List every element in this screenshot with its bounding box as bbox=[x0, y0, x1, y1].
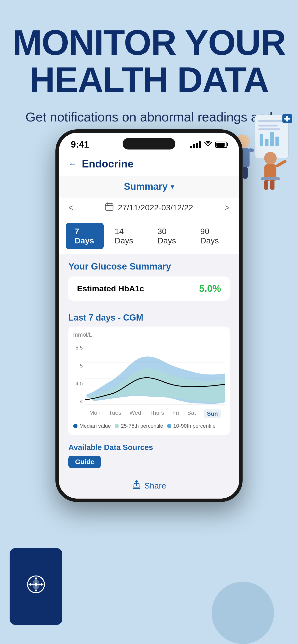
svg-rect-22 bbox=[270, 180, 274, 190]
page-title: Endocrine bbox=[82, 158, 133, 170]
svg-rect-2 bbox=[258, 124, 278, 126]
date-nav: < 27/11/2022-03/12/22 > bbox=[59, 198, 239, 218]
glucose-section-title: Your Glucose Summary bbox=[68, 262, 230, 272]
legend-label-p25-75: 25-75th percentile bbox=[121, 423, 163, 429]
data-sources-title: Available Data Sources bbox=[68, 443, 230, 452]
guide-badge[interactable]: Guide bbox=[68, 456, 101, 468]
hba1c-value: 5.0% bbox=[199, 283, 221, 294]
x-label-mon: Mon bbox=[89, 410, 100, 418]
legend-item-median: Median value bbox=[73, 423, 111, 429]
x-label-sun: Sun bbox=[204, 410, 221, 418]
svg-rect-6 bbox=[270, 132, 274, 146]
phone-device: 9:41 bbox=[55, 130, 243, 502]
page-background: MONITOR YOUR HEALTH DATA Get notificatio… bbox=[0, 0, 298, 644]
cgm-title: Last 7 days - CGM bbox=[68, 313, 230, 323]
svg-rect-17 bbox=[243, 167, 248, 179]
phone-wrapper: 9:41 bbox=[55, 130, 243, 502]
tablet-device-decoration bbox=[10, 548, 62, 625]
svg-rect-10 bbox=[284, 118, 290, 120]
tablet-icon bbox=[24, 572, 48, 601]
svg-rect-23 bbox=[275, 159, 287, 168]
svg-rect-7 bbox=[275, 136, 279, 146]
glucose-section: Your Glucose Summary Estimated HbA1c 5.0… bbox=[59, 254, 239, 308]
share-row[interactable]: Share bbox=[59, 475, 239, 498]
prev-date-button[interactable]: < bbox=[68, 203, 73, 213]
tab-90days[interactable]: 90 Days bbox=[192, 223, 232, 249]
svg-point-35 bbox=[35, 583, 37, 586]
x-label-wed: Wed bbox=[129, 410, 141, 418]
cgm-section: Last 7 days - CGM mmol/L 5.5 5 4.5 4 bbox=[59, 308, 239, 437]
chart-area: 5.5 5 4.5 4 bbox=[71, 340, 225, 407]
hba1c-label: Estimated HbA1c bbox=[77, 284, 144, 293]
circle-decoration bbox=[212, 582, 274, 644]
x-label-thurs: Thurs bbox=[150, 410, 164, 418]
svg-point-24 bbox=[207, 145, 209, 146]
y-label-5-5: 5.5 bbox=[71, 345, 83, 351]
date-center: 27/11/2022-03/12/22 bbox=[105, 202, 193, 213]
svg-rect-1 bbox=[258, 120, 282, 122]
headline-line1: MONITOR YOUR HEALTH DATA bbox=[0, 24, 298, 98]
x-label-fri: Fri bbox=[172, 410, 179, 418]
x-label-sat: Sat bbox=[187, 410, 196, 418]
legend-label-p10-90: 10-90th percentile bbox=[173, 423, 215, 429]
signal-icon bbox=[190, 141, 201, 148]
legend-dot-median bbox=[73, 424, 77, 428]
status-icons bbox=[190, 141, 227, 148]
y-axis-label: mmol/L bbox=[73, 331, 225, 338]
day-tabs: 7 Days 14 Days 30 Days 90 Days bbox=[59, 218, 239, 254]
tab-14days[interactable]: 14 Days bbox=[106, 223, 146, 249]
svg-rect-25 bbox=[105, 204, 113, 210]
data-sources-section: Available Data Sources Guide bbox=[59, 437, 239, 475]
x-labels: Mon Tues Wed Thurs Fri Sat Sun bbox=[71, 407, 225, 420]
svg-rect-21 bbox=[264, 180, 268, 190]
svg-rect-5 bbox=[265, 139, 268, 146]
chevron-down-icon: ▾ bbox=[171, 182, 174, 191]
back-button[interactable]: ← bbox=[68, 159, 77, 169]
tab-30days[interactable]: 30 Days bbox=[149, 223, 189, 249]
battery-icon bbox=[215, 142, 227, 148]
svg-rect-20 bbox=[261, 177, 280, 180]
legend-label-median: Median value bbox=[79, 423, 111, 429]
next-date-button[interactable]: > bbox=[225, 203, 230, 213]
dynamic-island bbox=[123, 138, 175, 150]
y-label-5: 5 bbox=[71, 363, 83, 369]
date-value: 27/11/2022-03/12/22 bbox=[118, 203, 193, 212]
status-time: 9:41 bbox=[71, 140, 89, 150]
y-labels: 5.5 5 4.5 4 bbox=[71, 345, 83, 407]
chart-container: mmol/L 5.5 5 4.5 4 bbox=[68, 326, 230, 435]
nav-bar: ← Endocrine bbox=[59, 152, 239, 176]
summary-label: Summary bbox=[124, 181, 168, 192]
tab-7days[interactable]: 7 Days bbox=[66, 223, 104, 249]
calendar-icon bbox=[105, 202, 113, 213]
legend-dot-p25-75 bbox=[115, 424, 119, 428]
x-label-tues: Tues bbox=[109, 410, 121, 418]
glucose-card: Estimated HbA1c 5.0% bbox=[68, 276, 230, 301]
svg-rect-3 bbox=[258, 128, 280, 130]
legend-dot-p10-90 bbox=[167, 424, 171, 428]
svg-rect-4 bbox=[260, 134, 263, 146]
share-icon bbox=[132, 480, 141, 492]
svg-point-18 bbox=[264, 152, 277, 164]
y-label-4-5: 4.5 bbox=[71, 380, 83, 387]
summary-bar[interactable]: Summary ▾ bbox=[59, 176, 239, 198]
chart-legend: Median value 25-75th percentile 10-90th … bbox=[71, 420, 225, 432]
legend-item-p25-75: 25-75th percentile bbox=[115, 423, 163, 429]
y-label-4: 4 bbox=[71, 398, 83, 405]
share-label: Share bbox=[144, 481, 166, 490]
legend-item-p10-90: 10-90th percentile bbox=[167, 423, 215, 429]
phone-screen: 9:41 bbox=[59, 133, 239, 498]
wifi-icon bbox=[204, 141, 212, 148]
chart-svg bbox=[85, 345, 225, 407]
